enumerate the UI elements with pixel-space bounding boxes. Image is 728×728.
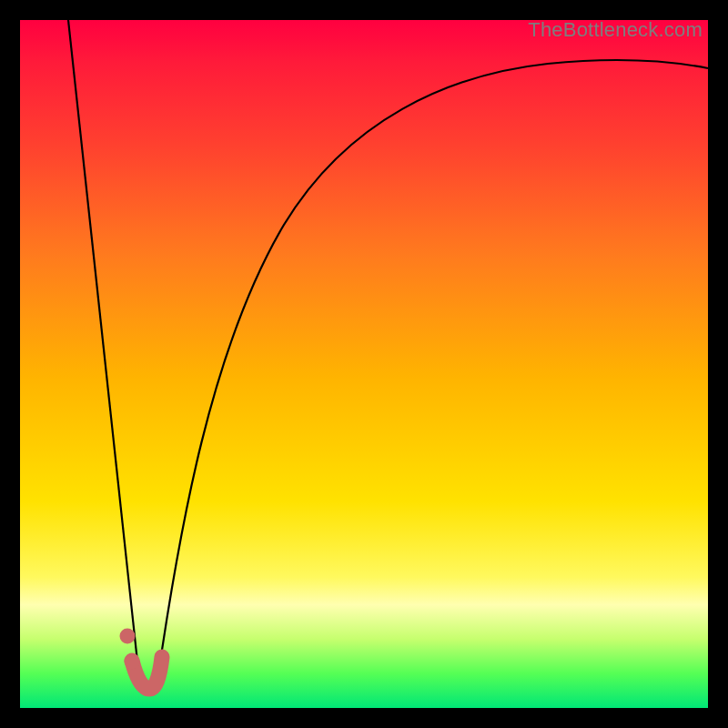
plot-area: TheBottleneck.com (20, 20, 708, 708)
chart-frame: TheBottleneck.com (0, 0, 728, 728)
marker-dot-upper (120, 629, 136, 644)
chart-svg (20, 20, 708, 708)
left-slope-line (68, 20, 140, 687)
right-curve-line (157, 60, 708, 681)
marker-dot-lower (125, 654, 140, 670)
